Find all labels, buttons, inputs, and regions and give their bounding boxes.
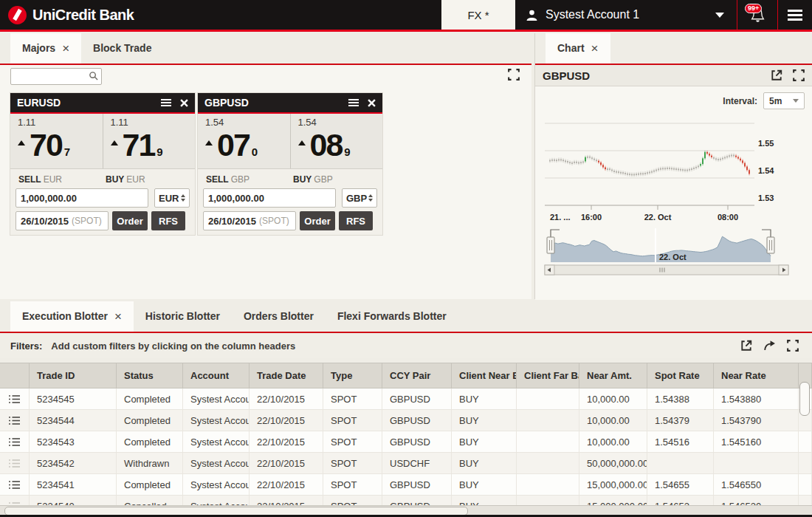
candle bbox=[724, 157, 726, 159]
chart-tabstrip: Chart× bbox=[535, 33, 812, 65]
amount-input[interactable] bbox=[203, 188, 336, 208]
candle bbox=[582, 161, 584, 162]
header-cell-ccy-pair[interactable]: CCY Pair bbox=[382, 363, 452, 388]
table-row-5234544[interactable]: 5234544CompletedSystest Account 122/10/2… bbox=[0, 410, 812, 431]
sell-side-label: SELLGBP bbox=[203, 174, 290, 185]
cell-type: SPOT bbox=[323, 453, 382, 473]
header-cell-trade-id[interactable]: Trade ID bbox=[30, 363, 117, 388]
currency-select[interactable]: GBP bbox=[342, 188, 377, 208]
vertical-scrollbar[interactable] bbox=[799, 382, 810, 416]
filterbar: Filters: Add custom filters by clicking … bbox=[0, 333, 812, 358]
tile-close-icon[interactable] bbox=[368, 99, 376, 107]
navigator-left-handle[interactable] bbox=[547, 237, 554, 253]
row-menu-icon[interactable] bbox=[0, 410, 30, 431]
cell-trade-id: 5234543 bbox=[30, 431, 117, 452]
search-icon bbox=[89, 71, 98, 81]
table-row-5234542[interactable]: 5234542WithdrawnSystest Account 122/10/2… bbox=[0, 453, 812, 474]
tab-block-trade[interactable]: Block Trade bbox=[81, 33, 163, 64]
horizontal-scrollbar[interactable] bbox=[0, 505, 812, 516]
order-button[interactable]: Order bbox=[112, 211, 148, 230]
fullscreen-icon[interactable] bbox=[793, 69, 805, 81]
fullscreen-icon[interactable] bbox=[508, 69, 520, 81]
fx-tab-label: FX * bbox=[467, 9, 489, 21]
tile-menu-icon[interactable] bbox=[159, 97, 173, 109]
tab-close-icon[interactable]: × bbox=[591, 42, 599, 55]
tab-execution-blotter[interactable]: Execution Blotter× bbox=[10, 301, 134, 332]
candle bbox=[737, 157, 739, 159]
rfs-button[interactable]: RFS bbox=[151, 211, 185, 230]
x-axis-label: 16:00 bbox=[581, 213, 602, 222]
tab-close-icon[interactable]: × bbox=[114, 310, 122, 323]
candle bbox=[560, 159, 562, 160]
open-popup-icon[interactable] bbox=[740, 340, 752, 352]
header-cell-client-far-base[interactable]: Client Far Base bbox=[517, 363, 579, 388]
header-cell-type[interactable]: Type bbox=[323, 363, 382, 388]
cell-near-amt: 10,000.00 bbox=[579, 410, 647, 431]
account-selector[interactable]: Systest Account 1 bbox=[515, 0, 736, 30]
search-input[interactable] bbox=[13, 69, 86, 83]
x-axis-label: 22. Oct bbox=[644, 213, 672, 222]
sell-price-button[interactable]: 1.11 70 7 bbox=[10, 114, 103, 168]
candle bbox=[562, 160, 564, 161]
table-header-row[interactable]: Trade IDStatusAccountTrade DateTypeCCY P… bbox=[0, 363, 812, 388]
sell-price-button[interactable]: 1.54 07 0 bbox=[198, 114, 291, 168]
buy-price-button[interactable]: 1.11 71 9 bbox=[103, 114, 196, 168]
interval-select[interactable]: 5m bbox=[763, 92, 805, 109]
rfs-button[interactable]: RFS bbox=[339, 211, 373, 230]
settlement-date-input[interactable]: 26/10/2015 (SPOT) bbox=[16, 211, 109, 230]
cell-client-far-base bbox=[517, 474, 579, 495]
tab-orders-blotter[interactable]: Orders Blotter bbox=[232, 301, 326, 332]
row-menu-icon[interactable] bbox=[0, 474, 30, 495]
hamburger-icon bbox=[788, 10, 802, 21]
tab-fx-module[interactable]: FX * bbox=[441, 0, 515, 30]
settlement-date-input[interactable]: 26/10/2015 (SPOT) bbox=[203, 211, 296, 230]
cell-overflow bbox=[799, 431, 812, 452]
cell-trade-date: 22/10/2015 bbox=[250, 431, 323, 452]
currency-select[interactable]: EUR bbox=[154, 188, 190, 208]
table-row-5234541[interactable]: 5234541CompletedSystest Account 122/10/2… bbox=[0, 474, 812, 496]
tile-menu-icon[interactable] bbox=[347, 97, 360, 109]
header-cell-near-rate[interactable]: Near Rate bbox=[714, 363, 799, 388]
tab-flexi-forwards-blotter[interactable]: Flexi Forwards Blotter bbox=[326, 301, 458, 332]
watchlist-tabstrip: Majors×Block Trade bbox=[0, 33, 531, 65]
chart-navigator[interactable]: 22. Oct bbox=[535, 227, 812, 275]
tile-close-icon[interactable] bbox=[180, 99, 188, 107]
notifications-button[interactable]: 99+ bbox=[737, 0, 778, 30]
amount-input[interactable] bbox=[16, 188, 148, 208]
tab-historic-blotter[interactable]: Historic Blotter bbox=[134, 301, 232, 332]
row-menu-icon[interactable] bbox=[0, 388, 30, 409]
sell-pips: 70 bbox=[30, 129, 62, 161]
header-cell-spot-rate[interactable]: Spot Rate bbox=[647, 363, 714, 388]
candle bbox=[709, 154, 710, 156]
tab-label: Orders Blotter bbox=[244, 301, 314, 332]
tab-close-icon[interactable]: × bbox=[62, 42, 69, 55]
header-cell-near-amt[interactable]: Near Amt. bbox=[579, 363, 647, 388]
cell-status: Completed bbox=[117, 410, 183, 431]
candle bbox=[633, 174, 635, 175]
table-row-5234545[interactable]: 5234545CompletedSystest Account 122/10/2… bbox=[0, 388, 812, 410]
header-cell-client-near-base[interactable]: Client Near Base bbox=[452, 363, 517, 388]
candle bbox=[691, 168, 692, 170]
menu-button[interactable] bbox=[777, 0, 812, 30]
navigator-right-handle[interactable] bbox=[767, 237, 774, 253]
candle bbox=[658, 168, 659, 170]
order-button[interactable]: Order bbox=[300, 211, 335, 230]
cell-client-near-base: BUY bbox=[452, 410, 517, 431]
candle bbox=[669, 168, 670, 169]
navigator-scrollbar-track[interactable] bbox=[545, 265, 788, 275]
candle bbox=[687, 170, 688, 171]
header-cell-account[interactable]: Account bbox=[183, 363, 250, 388]
open-popup-icon[interactable] bbox=[771, 69, 782, 81]
table-row-5234543[interactable]: 5234543CompletedSystest Account 122/10/2… bbox=[0, 431, 812, 453]
candle bbox=[556, 160, 557, 161]
header-cell-trade-date[interactable]: Trade Date bbox=[250, 363, 323, 388]
buy-price-button[interactable]: 1.54 08 9 bbox=[291, 114, 383, 168]
tab-chart[interactable]: Chart× bbox=[546, 33, 610, 64]
cell-trade-date: 22/10/2015 bbox=[250, 388, 323, 409]
cell-account: Systest Account 1 bbox=[183, 453, 250, 473]
fullscreen-icon[interactable] bbox=[787, 340, 799, 352]
export-share-icon[interactable] bbox=[763, 340, 776, 352]
row-menu-icon[interactable] bbox=[0, 431, 30, 452]
header-cell-status[interactable]: Status bbox=[117, 363, 183, 388]
tab-majors[interactable]: Majors× bbox=[10, 33, 81, 64]
